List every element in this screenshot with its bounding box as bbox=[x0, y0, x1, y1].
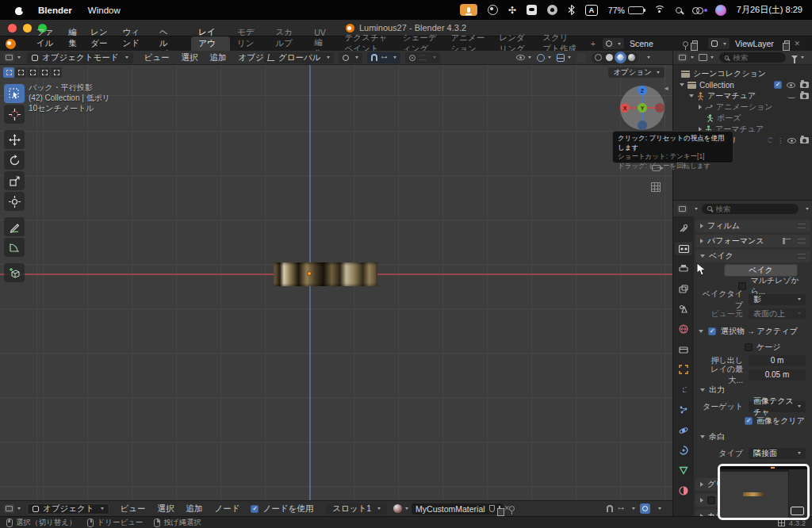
proportional-editing-group[interactable] bbox=[405, 52, 440, 63]
scene-name-field[interactable]: Scene bbox=[626, 38, 702, 49]
snap-magnet-icon[interactable] bbox=[607, 505, 613, 512]
disable-render-icon[interactable] bbox=[800, 137, 809, 143]
subpanel-output[interactable]: 出力 bbox=[700, 385, 725, 396]
tab-rendering[interactable]: レンダリング bbox=[492, 36, 535, 51]
outliner-row-animation[interactable]: アニメーション bbox=[673, 101, 812, 113]
hide-eye-icon[interactable] bbox=[787, 82, 795, 88]
node-menu-view[interactable]: ビュー bbox=[120, 503, 145, 515]
overlay-toggle[interactable] bbox=[640, 503, 650, 514]
tab-modifiers[interactable] bbox=[675, 383, 692, 396]
fake-user-shield-icon[interactable] bbox=[489, 505, 495, 512]
target-dropdown[interactable]: 画像テクスチャ bbox=[749, 401, 806, 412]
visibility-dropdown[interactable] bbox=[516, 55, 531, 60]
menubar-window-menu[interactable]: Window bbox=[88, 6, 121, 15]
select-mode-subtract-button[interactable] bbox=[27, 67, 38, 78]
shading-dropdown[interactable] bbox=[647, 56, 650, 59]
pin-icon[interactable] bbox=[683, 41, 688, 47]
tab-output[interactable] bbox=[675, 262, 692, 275]
snap-toggle[interactable]: ⊶ bbox=[367, 52, 400, 63]
tool-add-cube[interactable] bbox=[4, 263, 25, 282]
properties-search-input[interactable] bbox=[716, 205, 793, 213]
tab-view-layer[interactable] bbox=[675, 282, 692, 296]
preset-list-icon[interactable] bbox=[783, 238, 791, 244]
battery-indicator[interactable]: 77% bbox=[608, 6, 644, 15]
microphone-indicator-icon[interactable] bbox=[460, 4, 477, 16]
tool-scale[interactable] bbox=[4, 171, 25, 190]
margin-type-dropdown[interactable]: 隣接面 bbox=[749, 448, 806, 459]
remove-viewlayer-button[interactable]: ✕ bbox=[794, 40, 800, 48]
expand-icon[interactable] bbox=[699, 105, 702, 109]
tab-layout[interactable]: レイアウト bbox=[191, 36, 230, 51]
tool-annotate[interactable] bbox=[4, 217, 25, 236]
snap-mode-icon[interactable]: ⊶ bbox=[618, 505, 624, 512]
extrusion-value-slider[interactable]: 0 m bbox=[749, 355, 806, 366]
apple-icon[interactable] bbox=[14, 6, 24, 15]
outliner-row-pose[interactable]: ポーズ bbox=[673, 113, 812, 124]
overlay-dropdown[interactable] bbox=[658, 507, 661, 510]
outliner-display-mode-icon[interactable] bbox=[699, 54, 707, 61]
panel-performance[interactable]: パフォーマンス bbox=[695, 235, 810, 247]
bake-type-dropdown[interactable]: 影 bbox=[749, 294, 806, 305]
obs-icon[interactable] bbox=[488, 5, 498, 15]
viewport-3d[interactable]: バック・平行投影 (42) Collection | 低ポリ 10センチメートル… bbox=[0, 65, 672, 500]
tool-measure[interactable] bbox=[4, 238, 25, 257]
viewport-menu-select[interactable]: 選択 bbox=[181, 52, 197, 63]
collection-checkbox[interactable]: ✓ bbox=[774, 81, 782, 89]
shading-wireframe-button[interactable] bbox=[595, 54, 602, 61]
new-viewlayer-button[interactable] bbox=[784, 40, 790, 47]
editor-type-shader-icon[interactable] bbox=[4, 504, 14, 513]
tab-constraints[interactable] bbox=[675, 444, 692, 457]
tab-scripting[interactable]: スクリプト作成 bbox=[535, 36, 584, 51]
material-name-field[interactable]: MyCustomMaterial ✕ bbox=[412, 503, 504, 515]
viewport-menu-view[interactable]: ビュー bbox=[144, 52, 169, 63]
subpanel-margin[interactable]: 余白 bbox=[700, 431, 725, 442]
tab-animation[interactable]: アニメーション bbox=[444, 36, 492, 51]
properties-search[interactable] bbox=[702, 204, 799, 214]
overlays-dropdown[interactable] bbox=[557, 54, 571, 62]
max-ray-value-slider[interactable]: 0.05 m bbox=[749, 369, 806, 381]
select-mode-intersect-button[interactable] bbox=[51, 67, 62, 78]
node-menu-node[interactable]: ノード bbox=[214, 503, 239, 515]
tool-select-box[interactable] bbox=[4, 84, 25, 103]
expand-icon[interactable] bbox=[689, 94, 694, 98]
tool-cursor[interactable] bbox=[4, 105, 25, 124]
menubar-app-name[interactable]: Blender bbox=[38, 6, 72, 15]
transform-orientation-dropdown[interactable]: グローバル bbox=[264, 52, 334, 63]
pin-icon[interactable] bbox=[509, 506, 515, 511]
gizmo-axis-y[interactable]: Y bbox=[638, 103, 647, 113]
add-workspace-button[interactable]: + bbox=[584, 36, 603, 51]
viewlayer-name-field[interactable]: ViewLayer ✕ bbox=[731, 38, 804, 49]
hide-eye-icon[interactable] bbox=[787, 138, 796, 143]
outliner-row-scene-collection[interactable]: シーンコレクション bbox=[673, 68, 812, 79]
disable-render-icon[interactable] bbox=[800, 93, 809, 99]
gizmo-axis-z-neg[interactable] bbox=[638, 121, 647, 130]
select-mode-extend-button[interactable] bbox=[15, 67, 26, 78]
tab-render[interactable] bbox=[675, 242, 692, 255]
tab-object[interactable] bbox=[675, 363, 692, 377]
object-mode-dropdown[interactable]: オブジェクトモード bbox=[27, 52, 133, 63]
tool-transform[interactable] bbox=[4, 192, 25, 211]
gizmo-axis-z[interactable]: Z bbox=[638, 86, 647, 95]
panel-bake[interactable]: ベイク bbox=[695, 250, 810, 262]
use-nodes-toggle[interactable]: ✓ノードを使用 bbox=[251, 503, 313, 515]
shading-rendered-button[interactable] bbox=[628, 54, 635, 61]
bluetooth-icon[interactable] bbox=[568, 5, 575, 15]
outliner-row-collection[interactable]: Collection ✓ bbox=[673, 79, 812, 90]
material-browse-button[interactable] bbox=[393, 504, 408, 513]
outliner-search[interactable] bbox=[719, 52, 786, 63]
viewport-menu-add[interactable]: 追加 bbox=[209, 52, 226, 63]
fast-user-switch-icon[interactable] bbox=[692, 6, 705, 15]
tab-tool[interactable] bbox=[675, 221, 692, 235]
shader-mode-dropdown[interactable]: オブジェクト bbox=[27, 503, 109, 515]
tab-material[interactable] bbox=[675, 484, 692, 498]
select-mode-set-button[interactable] bbox=[3, 67, 14, 78]
xray-toggle[interactable] bbox=[576, 53, 586, 63]
tab-physics[interactable] bbox=[675, 423, 692, 437]
tab-texture-paint[interactable]: テクスチャペイント bbox=[338, 36, 396, 51]
siri-icon[interactable] bbox=[715, 5, 726, 16]
tab-shading[interactable]: シェーディング bbox=[396, 36, 444, 51]
editor-type-outliner-icon[interactable] bbox=[677, 53, 688, 62]
more-options-icon[interactable]: ⋮ bbox=[777, 137, 783, 144]
wifi-icon[interactable] bbox=[654, 6, 665, 14]
gizmos-dropdown[interactable] bbox=[537, 54, 551, 62]
